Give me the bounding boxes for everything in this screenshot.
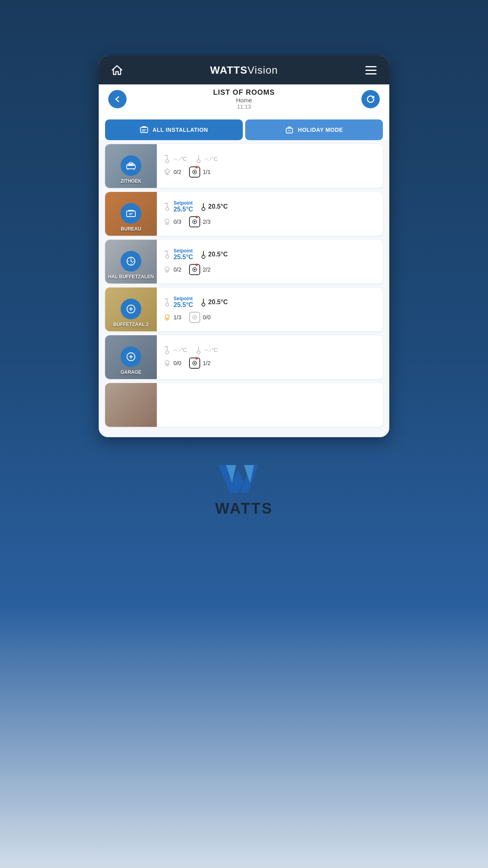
room-row-controls-buffetzaal2: 1/3 0/0 [163, 312, 377, 323]
thermostat-icon-bureau [189, 216, 200, 227]
svg-point-6 [197, 160, 200, 163]
setpoint-value-bureau: 25.5°C [174, 206, 193, 213]
svg-point-21 [194, 269, 195, 270]
location-label: Home [127, 97, 361, 104]
svg-point-24 [202, 303, 205, 306]
svg-point-29 [166, 351, 169, 354]
tab-all-installation[interactable]: ALL INSTALLATION [105, 119, 243, 140]
room-card-extra[interactable] [105, 383, 383, 427]
room-data-extra [157, 383, 383, 427]
room-name-hal: HAL BUFFETZALEN [108, 274, 154, 280]
thermostats-count-buffetzaal2: 0/0 [203, 314, 210, 321]
setpoint-group-buffetzaal2: Setpoint 25.5°C [174, 296, 193, 309]
room-overlay-hal: HAL BUFFETZALEN [105, 240, 157, 283]
thermostats-count-garage: 1/2 [203, 360, 210, 366]
room-card-garage[interactable]: GARAGE --.-°C [105, 335, 383, 379]
svg-point-12 [202, 207, 205, 211]
temp-value-garage: --.-°C [205, 347, 218, 353]
heat-setpoint-zithoek: --.-°C [163, 154, 187, 163]
thermostat-icon-hal [189, 264, 200, 275]
room-card-zithoek[interactable]: ZITHOEK --.-°C [105, 144, 383, 188]
home-icon[interactable] [108, 61, 126, 79]
room-icon-hal [121, 251, 141, 272]
room-row-temps-zithoek: --.-°C --.-°C [163, 154, 377, 163]
thermostat-icon-garage [189, 358, 200, 369]
app-title: WATTSVision [210, 64, 278, 76]
thermostats-zithoek: 1/1 [189, 166, 210, 178]
thermostats-bureau: 2/3 [189, 216, 210, 227]
svg-point-19 [165, 267, 169, 271]
lights-buffetzaal2: 1/3 [163, 313, 181, 322]
svg-point-9 [194, 171, 195, 173]
temp-value-bureau: 20.5°C [208, 203, 228, 210]
setpoint-group-bureau: Setpoint 25.5°C [174, 200, 193, 213]
lights-count-garage: 0/0 [174, 360, 181, 366]
menu-icon[interactable] [362, 61, 380, 79]
room-row-temps-hal: Setpoint 25.5°C 20.5°C [163, 248, 377, 261]
room-data-zithoek: --.-°C --.-°C [157, 144, 383, 188]
room-image-hal: HAL BUFFETZALEN [105, 240, 157, 283]
room-icon-bureau [121, 203, 141, 224]
rooms-list: ZITHOEK --.-°C [99, 140, 389, 437]
tab-all-installation-label: ALL INSTALLATION [152, 127, 208, 133]
svg-point-18 [202, 255, 205, 258]
thermostats-garage: 1/2 [189, 358, 210, 369]
setpoint-value-garage: --.-°C [174, 347, 187, 353]
room-card-buffetzaal2[interactable]: BUFFETZAAL 2 Setpoint 25.5°C [105, 287, 383, 331]
back-button[interactable] [108, 90, 127, 108]
lights-count-zithoek: 0/2 [174, 169, 181, 175]
time-label: 11:13 [127, 104, 361, 110]
lights-garage: 0/0 [163, 359, 181, 368]
room-card-hal[interactable]: HAL BUFFETZALEN Setpoint 25.5°C [105, 240, 383, 283]
room-name-garage: GARAGE [121, 369, 142, 375]
room-data-buffetzaal2: Setpoint 25.5°C 20.5°C [157, 287, 383, 331]
thermostat-dot-zithoek [195, 166, 198, 168]
app-container: WATTSVision LIST OF ROOMS Home 11:13 [99, 56, 389, 437]
thermostats-count-hal: 2/2 [203, 266, 210, 273]
tab-holiday-mode[interactable]: HOLIDAY MODE [245, 119, 383, 140]
temp-reading-zithoek: --.-°C [195, 154, 218, 163]
svg-point-17 [166, 255, 169, 258]
svg-point-7 [165, 169, 169, 173]
room-card-bureau[interactable]: BUREAU Setpoint 25.5°C [105, 192, 383, 236]
temp-reading-garage: --.-°C [195, 346, 218, 354]
thermostats-buffetzaal2: 0/0 [189, 312, 210, 323]
hamburger-line-1 [365, 66, 377, 67]
room-icon-buffetzaal2 [121, 299, 141, 319]
room-image-bureau: BUREAU [105, 192, 157, 236]
title-bold: WATTS [210, 64, 248, 76]
svg-point-11 [166, 207, 169, 211]
temp-reading-buffetzaal2: 20.5°C [201, 298, 228, 307]
temp-value-buffetzaal2: 20.5°C [208, 299, 228, 306]
title-thin: Vision [248, 64, 278, 76]
room-name-buffetzaal2: BUFFETZAAL 2 [113, 322, 148, 327]
refresh-button[interactable] [361, 90, 380, 108]
setpoint-label-bureau: Setpoint [174, 200, 193, 206]
room-overlay-zithoek: ZITHOEK [105, 144, 157, 188]
room-name-bureau: BUREAU [121, 226, 141, 232]
lights-zithoek: 0/2 [163, 168, 181, 176]
svg-point-23 [166, 303, 169, 306]
room-image-garage: GARAGE [105, 335, 157, 379]
thermostat-dot-hal [195, 264, 198, 266]
watts-brand-name: WATTS [215, 500, 273, 517]
room-image-buffetzaal2: BUFFETZAAL 2 [105, 287, 157, 331]
svg-point-31 [165, 360, 169, 364]
room-overlay-buffetzaal2: BUFFETZAAL 2 [105, 287, 157, 331]
room-image-extra [105, 383, 157, 427]
room-icon-garage [121, 346, 141, 367]
svg-rect-10 [127, 211, 135, 217]
room-row-controls-garage: 0/0 1/2 [163, 358, 377, 369]
setpoint-label-hal: Setpoint [174, 248, 193, 254]
setpoint-value-zithoek: --.-°C [174, 156, 187, 162]
temp-value-zithoek: --.-°C [205, 156, 218, 162]
lights-bureau: 0/3 [163, 217, 181, 226]
thermostat-dot-bureau [195, 216, 198, 218]
watts-logo-svg [214, 461, 274, 497]
heat-setpoint-bureau: Setpoint 25.5°C [163, 200, 193, 213]
room-row-controls-bureau: 0/3 2/3 [163, 216, 377, 227]
subheader-content: LIST OF ROOMS Home 11:13 [127, 88, 361, 110]
subheader: LIST OF ROOMS Home 11:13 [99, 84, 389, 115]
heat-setpoint-buffetzaal2: Setpoint 25.5°C [163, 296, 193, 309]
room-row-controls-zithoek: 0/2 1/1 [163, 166, 377, 178]
